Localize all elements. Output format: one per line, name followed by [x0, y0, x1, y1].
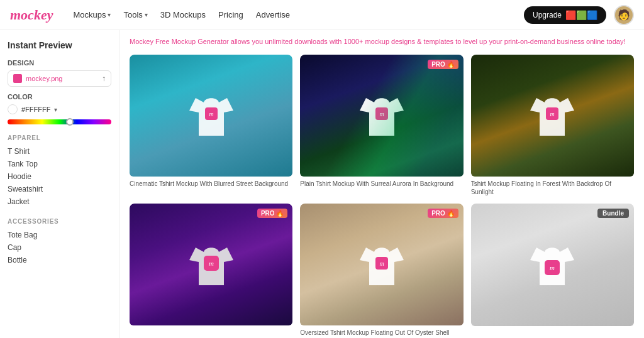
file-icon — [13, 74, 22, 83]
svg-text:m: m — [209, 259, 214, 267]
nav-pricing[interactable]: Pricing — [218, 10, 243, 19]
header-right: Upgrade 🟥🟩🟦 🧑 — [524, 5, 634, 25]
tshirt-mockup: m — [130, 55, 292, 177]
mockup-grid: m Cinematic Tshirt Mockup With Blurred S… — [130, 55, 634, 337]
card-scene: m — [471, 55, 634, 177]
chevron-down-icon: ▾ — [145, 11, 148, 18]
tshirt-back-svg: m — [186, 238, 236, 292]
pro-badge: PRO 🔥 — [257, 209, 287, 218]
sidebar-item-tanktop[interactable]: Tank Top — [8, 158, 111, 170]
tshirt-back-svg: m — [527, 238, 577, 292]
chevron-down-icon: ▾ — [54, 106, 57, 113]
card-title: Cinematic Tshirt Mockup With Blurred Str… — [130, 180, 292, 188]
logo[interactable]: mockey — [10, 7, 53, 23]
sidebar-item-sweatshirt[interactable]: Sweatshirt — [8, 183, 111, 195]
tshirt-mockup: m — [130, 204, 292, 325]
sidebar-item-hoodie[interactable]: Hoodie — [8, 170, 111, 183]
svg-text:m: m — [550, 111, 555, 117]
nav-mockups[interactable]: Mockups ▾ — [73, 10, 111, 19]
tshirt-mockup: m — [300, 204, 463, 325]
pro-badge: PRO 🔥 — [428, 60, 458, 69]
svg-text:m: m — [379, 111, 384, 117]
tshirt-mockup: m — [471, 55, 634, 177]
card-scene: m — [471, 204, 634, 326]
upgrade-button[interactable]: Upgrade 🟥🟩🟦 — [524, 6, 606, 24]
tshirt-svg: m — [357, 89, 407, 142]
sidebar-item-totebag[interactable]: Tote Bag — [8, 229, 111, 241]
card-image-wrap: m — [471, 55, 634, 177]
pro-badge: PRO 🔥 — [428, 209, 458, 218]
card-scene: m — [300, 204, 463, 325]
color-label: COLOR — [8, 93, 111, 101]
card-forest[interactable]: m Tshirt Mockup Floating In Forest With … — [471, 55, 634, 197]
card-crystals[interactable]: m PRO 🔥 — [130, 204, 292, 337]
upload-icon: ↑ — [102, 74, 106, 83]
card-bundle[interactable]: m Bundle — [471, 204, 634, 337]
avatar[interactable]: 🧑 — [614, 5, 634, 25]
card-scene: m — [300, 55, 463, 177]
design-file-picker[interactable]: mockey.png ↑ — [8, 70, 111, 87]
card-scene: m — [130, 204, 292, 325]
card-title: Tshirt Mockup Floating In Forest With Ba… — [471, 180, 634, 196]
upgrade-emoji: 🟥🟩🟦 — [565, 10, 597, 20]
design-filename: mockey.png — [26, 75, 98, 82]
card-aurora[interactable]: m PRO 🔥 Plain Tshirt Mockup With Surreal… — [300, 55, 463, 197]
apparel-section-label: APPAREL — [8, 134, 111, 141]
tshirt-svg: m — [527, 89, 577, 142]
color-picker[interactable]: #FFFFFF ▾ — [8, 104, 111, 114]
sidebar-item-tshirt[interactable]: T Shirt — [8, 145, 111, 158]
sidebar-item-cap[interactable]: Cap — [8, 241, 111, 254]
sidebar: Instant Preview DESIGN mockey.png ↑ COLO… — [0, 30, 119, 338]
color-swatch — [8, 104, 18, 114]
color-slider[interactable] — [8, 119, 111, 124]
svg-text:m: m — [209, 111, 213, 117]
chevron-down-icon: ▾ — [108, 11, 111, 18]
svg-text:m: m — [550, 264, 555, 271]
svg-text:m: m — [379, 260, 384, 267]
sidebar-item-jacket[interactable]: Jacket — [8, 195, 111, 208]
banner-text: Mockey Free Mockup Generator allows you … — [130, 30, 634, 55]
header: mockey Mockups ▾ Tools ▾ 3D Mockups Pric… — [0, 0, 644, 30]
sidebar-item-bottle[interactable]: Bottle — [8, 254, 111, 266]
card-title: Plain Tshirt Mockup With Surreal Aurora … — [300, 180, 463, 188]
color-hex-value: #FFFFFF — [21, 106, 50, 113]
bundle-badge: Bundle — [597, 209, 629, 218]
design-label: DESIGN — [8, 59, 111, 67]
color-slider-wrap — [8, 119, 111, 124]
card-oyster[interactable]: m PRO 🔥 Oversized Tshirt Mockup Floating… — [300, 204, 463, 337]
card-image-wrap: m PRO 🔥 — [300, 55, 463, 177]
card-title: Oversized Tshirt Mockup Floating Out Of … — [300, 329, 463, 337]
card-blurred-street[interactable]: m Cinematic Tshirt Mockup With Blurred S… — [130, 55, 292, 197]
card-image-wrap: m PRO 🔥 — [130, 204, 292, 325]
nav-advertise[interactable]: Advertise — [256, 10, 290, 19]
tshirt-mockup: m — [471, 204, 634, 326]
main-content: Mockey Free Mockup Generator allows you … — [119, 30, 644, 338]
accessories-section-label: ACCESSORIES — [8, 218, 111, 225]
tshirt-svg: m — [357, 238, 407, 292]
card-scene: m — [130, 55, 292, 177]
tshirt-svg: m — [186, 89, 236, 142]
card-image-wrap: m — [130, 55, 292, 177]
nav-3d-mockups[interactable]: 3D Mockups — [160, 10, 206, 19]
card-image-wrap: m Bundle — [471, 204, 634, 326]
layout: Instant Preview DESIGN mockey.png ↑ COLO… — [0, 30, 644, 338]
nav: Mockups ▾ Tools ▾ 3D Mockups Pricing Adv… — [73, 10, 509, 19]
card-image-wrap: m PRO 🔥 — [300, 204, 463, 325]
nav-tools[interactable]: Tools ▾ — [123, 10, 147, 19]
tshirt-mockup: m — [300, 55, 463, 177]
sidebar-title: Instant Preview — [8, 40, 111, 50]
color-slider-thumb — [66, 118, 74, 126]
